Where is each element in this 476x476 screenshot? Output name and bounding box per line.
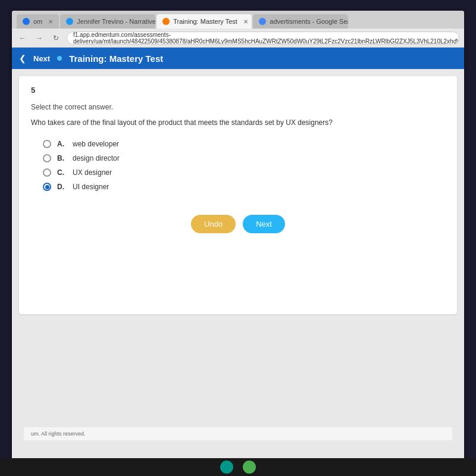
options-list: A. web developer B. design director C. U… bbox=[43, 140, 445, 191]
content-area: 5 Select the correct answer. Who takes c… bbox=[12, 69, 464, 458]
tab-1-label: om bbox=[33, 18, 42, 25]
tab-2[interactable]: Jennifer Trevino - Narrative Essa ✕ bbox=[60, 14, 155, 29]
app-title: Training: Mastery Test bbox=[69, 54, 163, 64]
tab-3-label: Training: Mastery Test bbox=[173, 18, 237, 25]
question-number: 5 bbox=[31, 86, 445, 95]
option-b-label: B. bbox=[57, 154, 67, 162]
question-instruction: Select the correct answer. bbox=[31, 103, 445, 111]
radio-c[interactable] bbox=[43, 168, 51, 177]
header-next-button[interactable]: Next bbox=[33, 54, 50, 63]
url-input[interactable]: f1.app.edmentum.com/assessments-delivery… bbox=[67, 32, 459, 45]
status-dot bbox=[57, 56, 62, 61]
url-text: f1.app.edmentum.com/assessments-delivery… bbox=[73, 32, 459, 45]
footer: um. All rights reserved. bbox=[24, 427, 452, 440]
option-c[interactable]: C. UX designer bbox=[43, 168, 445, 177]
option-a[interactable]: A. web developer bbox=[43, 140, 445, 148]
tab-1-close[interactable]: ✕ bbox=[48, 18, 53, 25]
option-d[interactable]: D. UI designer bbox=[43, 183, 445, 191]
option-c-label: C. bbox=[57, 168, 67, 177]
option-a-label: A. bbox=[57, 140, 67, 148]
taskbar bbox=[0, 458, 476, 476]
tab-4-label: advertisments - Google Search bbox=[270, 18, 348, 25]
taskbar-icon-2[interactable] bbox=[243, 461, 256, 474]
tab-4[interactable]: advertisments - Google Search ✕ bbox=[253, 14, 348, 29]
option-b[interactable]: B. design director bbox=[43, 154, 445, 162]
prev-arrow[interactable]: ❮ bbox=[19, 54, 26, 63]
browser-window: om ✕ Jennifer Trevino - Narrative Essa ✕… bbox=[12, 11, 464, 458]
next-button[interactable]: Next bbox=[243, 215, 285, 233]
app-header: ❮ Next Training: Mastery Test bbox=[12, 48, 464, 69]
question-card: 5 Select the correct answer. Who takes c… bbox=[19, 76, 457, 314]
option-d-label: D. bbox=[57, 183, 67, 191]
footer-copyright: um. All rights reserved. bbox=[31, 431, 86, 437]
question-text: Who takes care of the final layout of th… bbox=[31, 117, 445, 128]
option-a-text: web developer bbox=[73, 140, 119, 148]
back-button[interactable]: ← bbox=[17, 32, 29, 44]
monitor-frame: om ✕ Jennifer Trevino - Narrative Essa ✕… bbox=[0, 0, 476, 476]
tab-1[interactable]: om ✕ bbox=[17, 14, 59, 29]
tab-3-close[interactable]: ✕ bbox=[243, 18, 248, 25]
forward-button[interactable]: → bbox=[33, 32, 45, 44]
option-d-text: UI designer bbox=[73, 183, 109, 191]
taskbar-icon-1[interactable] bbox=[220, 461, 233, 474]
option-c-text: UX designer bbox=[73, 168, 112, 177]
address-bar: ← → ↻ f1.app.edmentum.com/assessments-de… bbox=[12, 29, 464, 48]
tab-bar: om ✕ Jennifer Trevino - Narrative Essa ✕… bbox=[12, 11, 464, 29]
radio-d[interactable] bbox=[43, 183, 51, 191]
undo-button[interactable]: Undo bbox=[191, 215, 236, 233]
tab-2-label: Jennifer Trevino - Narrative Essa bbox=[77, 18, 155, 25]
action-buttons: Undo Next bbox=[31, 215, 445, 233]
radio-a[interactable] bbox=[43, 140, 51, 148]
radio-b[interactable] bbox=[43, 154, 51, 162]
option-b-text: design director bbox=[73, 154, 120, 162]
reload-button[interactable]: ↻ bbox=[50, 32, 62, 44]
tab-3[interactable]: Training: Mastery Test ✕ bbox=[156, 14, 252, 29]
